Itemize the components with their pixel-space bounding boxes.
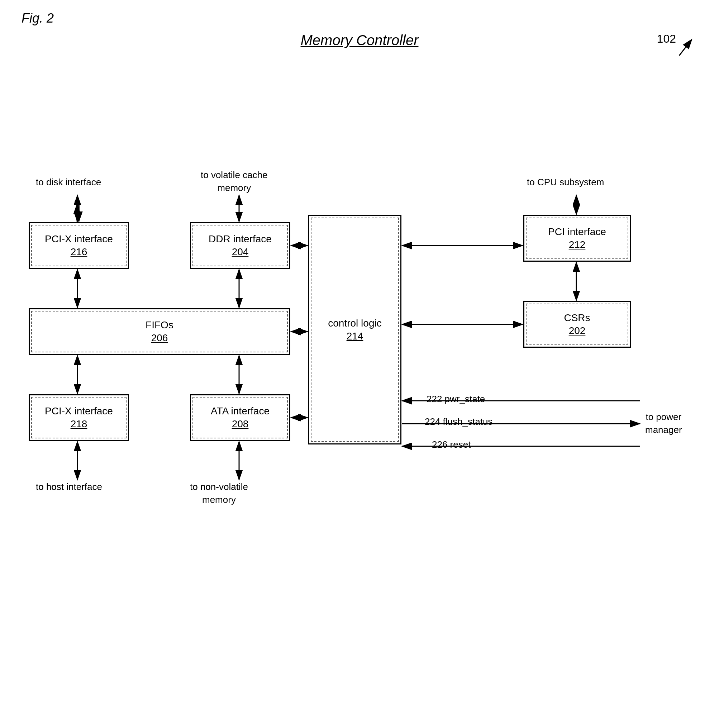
box-pci-x-218: PCI-X interface 218 xyxy=(29,394,129,441)
fig-label: Fig. 2 xyxy=(21,11,54,26)
diagram-title: Memory Controller xyxy=(0,32,719,48)
box-inner-204 xyxy=(193,225,288,266)
label-to-power: to power manager xyxy=(645,410,682,437)
box-fifos-206: FIFOs 206 xyxy=(29,308,290,355)
label-to-volatile: to volatile cache memory xyxy=(201,168,268,195)
box-inner-202 xyxy=(526,304,628,345)
box-inner-218 xyxy=(31,397,127,438)
box-inner-212 xyxy=(526,217,628,259)
label-reset: 226 reset xyxy=(432,438,471,451)
box-inner-208 xyxy=(193,397,288,438)
box-csrs-202: CSRs 202 xyxy=(523,301,631,348)
label-pwr-state: 222 pwr_state xyxy=(427,393,485,405)
label-to-cpu: to CPU subsystem xyxy=(527,176,604,188)
box-pci-212: PCI interface 212 xyxy=(523,215,631,262)
box-inner-216 xyxy=(31,225,127,266)
label-to-disk: to disk interface xyxy=(36,176,101,188)
box-ddr-204: DDR interface 204 xyxy=(190,222,290,269)
box-inner-206 xyxy=(31,311,288,352)
box-inner-214 xyxy=(311,217,399,442)
page: Fig. 2 Memory Controller 102 to disk int… xyxy=(0,0,719,728)
label-to-nonvolatile: to non-volatile memory xyxy=(190,480,248,506)
box-pci-x-216: PCI-X interface 216 xyxy=(29,222,129,269)
ref-102-label: 102 xyxy=(657,32,676,46)
box-ata-208: ATA interface 208 xyxy=(190,394,290,441)
label-to-host: to host interface xyxy=(36,480,102,493)
box-control-214: control logic 214 xyxy=(308,215,401,445)
label-flush-status: 224 flush_status xyxy=(425,415,493,428)
